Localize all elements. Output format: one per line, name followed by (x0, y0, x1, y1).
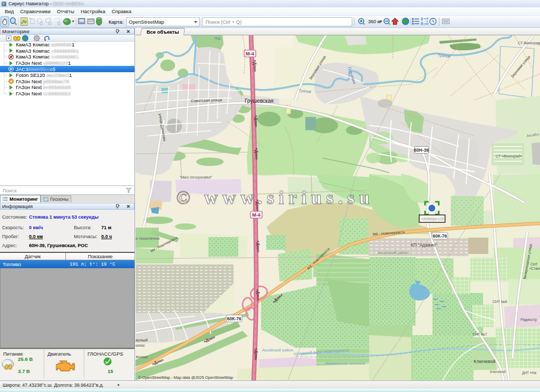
svg-text:60Н-39: 60Н-39 (414, 148, 429, 153)
svg-text:асный: асный (136, 338, 148, 342)
svg-text:360 м: 360 м (368, 19, 381, 24)
svg-text:СНТ №6: СНТ №6 (493, 300, 507, 303)
svg-text:М-4: М-4 (252, 212, 261, 218)
svg-text:«Станкос: «Станкос (529, 267, 540, 270)
svg-text:«Дон»: «Дон» (254, 115, 258, 128)
svg-text:"Mars Incorporated": "Mars Incorporated" (179, 175, 212, 180)
svg-text:СТ «Виноград»: СТ «Виноград» (496, 154, 522, 159)
svg-text:© OpenStreetMap - Map data @20: © OpenStreetMap - Map data @2025 OpenStr… (138, 375, 233, 380)
svg-text:СНТ №7: СНТ №7 (472, 332, 487, 336)
svg-text:«Дон»: «Дон» (254, 148, 259, 160)
svg-text:олос: олос (136, 343, 144, 348)
svg-text:© www.sirius.su: © www.sirius.su (176, 187, 374, 208)
svg-text:ДНТ «На: ДНТ «На (522, 371, 536, 375)
svg-text:Н658фе126: Н658фе126 (421, 217, 445, 221)
svg-text:«Дон»: «Дон» (253, 60, 257, 72)
svg-text:СНТ: СНТ (531, 262, 537, 266)
svg-text:Ключевой: Ключевой (490, 370, 506, 374)
svg-text:Мишкинское сельское: Мишкинское сельское (325, 361, 365, 366)
svg-text:СТ-Виноград: СТ-Виноград (518, 41, 540, 45)
svg-text:P: P (10, 67, 13, 71)
svg-text:Ключевой: Ключевой (474, 359, 495, 364)
svg-text:«Дон»: «Дон» (256, 289, 261, 301)
svg-text:60К-76: 60К-76 (227, 316, 242, 321)
svg-text:Колос: Колос (136, 355, 148, 359)
svg-text:60К-76: 60К-76 (433, 233, 447, 239)
svg-text:Грушевская: Грушевская (245, 98, 274, 104)
svg-text:«Дон»: «Дон» (254, 348, 259, 360)
svg-text:«Дон»: «Дон» (256, 241, 261, 253)
svg-text:Радиостр: Радиостр (520, 318, 537, 322)
svg-text:КП "Адажио": КП "Адажио" (411, 242, 437, 248)
svg-text:Аксайский район: Аксайский район (378, 250, 409, 255)
svg-text:М-4: М-4 (246, 51, 254, 56)
svg-text:Аксайский район: Аксайский район (262, 348, 293, 352)
svg-text:лов: лов (214, 35, 221, 41)
svg-text:е поселение: е поселение (136, 236, 160, 241)
